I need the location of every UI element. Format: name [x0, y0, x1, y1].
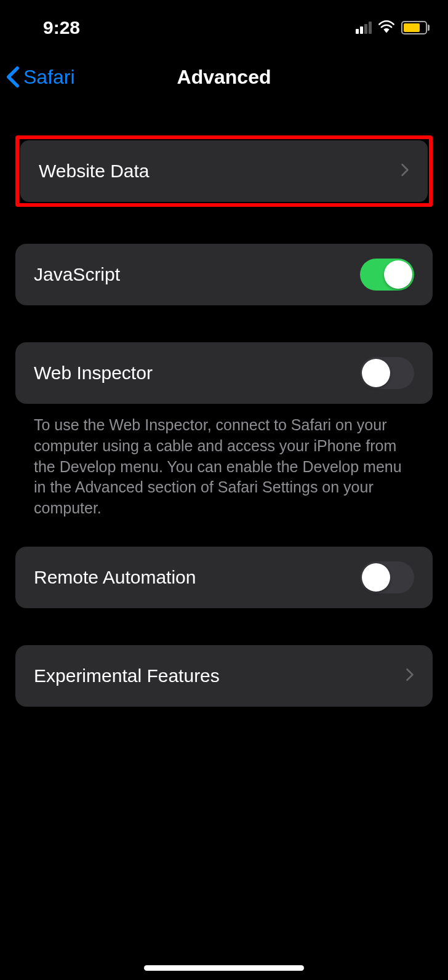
highlight-annotation: Website Data — [15, 135, 433, 207]
remote-automation-label: Remote Automation — [34, 567, 196, 588]
battery-icon — [401, 21, 430, 34]
chevron-right-icon — [401, 161, 409, 181]
website-data-label: Website Data — [39, 161, 150, 182]
remote-automation-row[interactable]: Remote Automation — [15, 547, 433, 608]
status-bar: 9:28 — [0, 0, 448, 49]
status-icons — [356, 20, 430, 36]
navigation-bar: Safari Advanced — [0, 55, 448, 98]
website-data-row[interactable]: Website Data — [20, 140, 428, 202]
web-inspector-toggle[interactable] — [360, 357, 414, 389]
back-label: Safari — [23, 66, 75, 89]
experimental-features-label: Experimental Features — [34, 665, 220, 686]
home-indicator[interactable] — [144, 965, 304, 971]
javascript-label: JavaScript — [34, 264, 120, 285]
back-button[interactable]: Safari — [6, 66, 75, 89]
web-inspector-label: Web Inspector — [34, 363, 153, 384]
remote-automation-toggle[interactable] — [360, 561, 414, 593]
cellular-signal-icon — [356, 22, 372, 34]
javascript-toggle[interactable] — [360, 259, 414, 291]
experimental-features-row[interactable]: Experimental Features — [15, 645, 433, 707]
wifi-icon — [378, 20, 395, 36]
web-inspector-footer: To use the Web Inspector, connect to Saf… — [15, 404, 433, 519]
web-inspector-row[interactable]: Web Inspector — [15, 342, 433, 404]
chevron-right-icon — [406, 666, 414, 686]
javascript-row[interactable]: JavaScript — [15, 244, 433, 305]
status-time: 9:28 — [43, 17, 80, 38]
chevron-left-icon — [6, 66, 20, 88]
